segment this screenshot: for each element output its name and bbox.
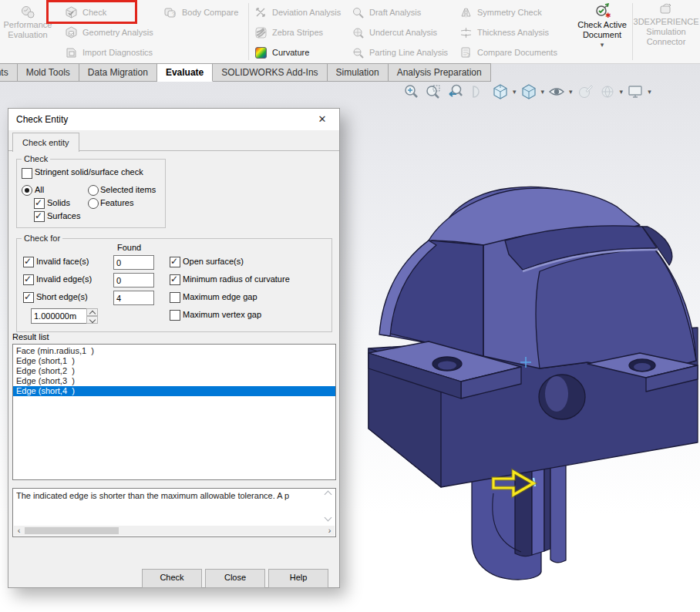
solids-checkbox[interactable]	[34, 198, 45, 209]
parting-line-analysis-button: Parting Line Analysis	[352, 42, 448, 62]
tab-evaluate[interactable]: Evaluate	[157, 63, 213, 82]
curvature-button[interactable]: Curvature	[254, 42, 309, 62]
short-edges-found-field[interactable]	[113, 291, 154, 305]
features-radio[interactable]	[88, 198, 99, 209]
invalid-edges-checkbox[interactable]	[23, 274, 34, 285]
invalid-faces-found-field[interactable]	[113, 255, 154, 270]
maximum-vertex-gap-checkbox[interactable]	[170, 310, 180, 321]
maximum-edge-gap-checkbox[interactable]	[170, 292, 180, 303]
message-scroll-up-icon[interactable]	[325, 492, 333, 499]
check-label: Check	[82, 8, 106, 17]
scrollbar-thumb[interactable]	[25, 527, 119, 534]
check-dialog-button[interactable]: Check	[142, 569, 202, 588]
deviation-analysis-icon	[254, 6, 268, 19]
tolerance-spinner	[86, 308, 98, 324]
hide-show-items-caret-icon[interactable]: ▾	[569, 88, 573, 96]
result-item-edge-short-2[interactable]: Edge (short,2 )	[13, 366, 335, 376]
geometry-analysis-icon	[65, 26, 78, 39]
hide-show-items-icon[interactable]	[547, 82, 567, 102]
thickness-analysis-icon	[459, 26, 473, 39]
help-dialog-button[interactable]: Help	[268, 569, 328, 588]
performance-evaluation-icon	[20, 5, 35, 20]
view-orientation-icon[interactable]	[490, 82, 510, 102]
all-radio[interactable]	[22, 185, 32, 196]
result-item-face-min-radius[interactable]: Face (min.radius,1 )	[13, 346, 335, 356]
view-settings-icon[interactable]	[625, 82, 645, 102]
selected-items-radio[interactable]	[88, 185, 99, 196]
invalid-faces-checkbox[interactable]	[23, 257, 34, 267]
surfaces-label[interactable]: Surfaces	[47, 211, 80, 220]
display-style-caret-icon[interactable]: ▾	[541, 88, 545, 96]
ribbon-toolbar: Performance Evaluation Check Geometry An…	[0, 0, 700, 64]
tab-data-migration[interactable]: Data Migration	[79, 63, 157, 82]
open-surfaces-label[interactable]: Open surface(s)	[183, 257, 244, 266]
stringent-check-checkbox[interactable]	[22, 168, 32, 179]
features-label[interactable]: Features	[100, 198, 133, 207]
undercut-analysis-label: Undercut Analysis	[369, 28, 437, 37]
compare-documents-label: Compare Documents	[477, 48, 557, 57]
result-item-edge-short-3[interactable]: Edge (short,3 )	[13, 376, 335, 386]
selected-items-label[interactable]: Selected items	[100, 185, 156, 194]
all-label[interactable]: All	[35, 185, 44, 194]
minimum-radius-label[interactable]: Minimum radius of curvature	[183, 274, 290, 284]
tab-check-entity[interactable]: Check entity	[12, 133, 79, 152]
maximum-edge-gap-label[interactable]: Maximum edge gap	[183, 292, 257, 301]
minimum-radius-checkbox[interactable]	[170, 274, 180, 285]
view-settings-caret-icon[interactable]: ▾	[648, 88, 651, 96]
message-scroll-down-icon[interactable]	[325, 515, 333, 523]
stringent-check-label[interactable]: Stringent solid/surface check	[35, 167, 143, 177]
tab-simulation[interactable]: Simulation	[328, 63, 389, 82]
surfaces-checkbox[interactable]	[34, 211, 45, 222]
tolerance-field[interactable]	[31, 308, 91, 324]
application-window: Performance Evaluation Check Geometry An…	[0, 0, 700, 612]
3dexperience-connector-icon	[658, 2, 674, 17]
invalid-faces-label[interactable]: Invalid face(s)	[36, 257, 89, 266]
check-for-group-title: Check for	[22, 234, 62, 243]
tolerance-spin-up-button[interactable]	[86, 308, 98, 316]
check-active-document-button[interactable]: ✱ Check Active Document ▾	[570, 2, 634, 50]
draft-analysis-icon	[352, 6, 365, 19]
zoom-to-area-icon[interactable]	[423, 82, 443, 102]
tab-weldments-partial[interactable]: ments	[0, 63, 18, 82]
parting-line-analysis-icon	[352, 46, 365, 59]
tab-analysis-preparation[interactable]: Analysis Preparation	[389, 63, 491, 82]
short-edges-label[interactable]: Short edge(s)	[36, 292, 88, 301]
deviation-analysis-button: Deviation Analysis	[254, 2, 341, 22]
apply-scene-caret-icon[interactable]: ▾	[620, 88, 624, 96]
close-icon[interactable]: ✕	[307, 109, 338, 130]
result-list-label: Result list	[12, 332, 49, 341]
solids-label[interactable]: Solids	[47, 198, 70, 207]
result-item-edge-short-1[interactable]: Edge (short,1 )	[13, 356, 335, 366]
tab-solidworks-add-ins[interactable]: SOLIDWORKS Add-Ins	[213, 63, 327, 82]
zebra-stripes-label: Zebra Stripes	[272, 28, 323, 37]
curvature-label: Curvature	[272, 48, 309, 57]
tolerance-spin-down-button[interactable]	[86, 316, 98, 324]
display-style-icon[interactable]	[519, 82, 539, 102]
invalid-edges-label[interactable]: Invalid edge(s)	[36, 274, 92, 284]
performance-evaluation-button: Performance Evaluation	[3, 5, 52, 40]
undercut-analysis-icon	[352, 26, 365, 39]
deviation-analysis-label: Deviation Analysis	[272, 8, 341, 17]
zoom-to-fit-icon[interactable]	[401, 82, 421, 102]
dialog-title-bar[interactable]: Check Entity ✕	[8, 109, 339, 130]
result-list[interactable]: Face (min.radius,1 ) Edge (short,1 ) Edg…	[12, 344, 336, 480]
short-edges-checkbox[interactable]	[23, 292, 34, 303]
message-horizontal-scrollbar[interactable]: ‹ ›	[14, 526, 335, 536]
view-orientation-caret-icon[interactable]: ▾	[513, 88, 517, 96]
previous-view-icon[interactable]	[446, 82, 466, 102]
scroll-left-icon[interactable]: ‹	[14, 526, 24, 536]
3dexperience-connector-button: 3DEXPERIENCE Simulation Connector	[635, 2, 697, 47]
scroll-right-icon[interactable]: ›	[325, 526, 335, 536]
heads-up-view-toolbar: ▾ ▾ ▾ ▾ ▾	[401, 82, 651, 102]
thickness-analysis-button: Thickness Analysis	[459, 22, 549, 42]
invalid-edges-found-field[interactable]	[113, 273, 154, 288]
maximum-vertex-gap-label[interactable]: Maximum vertex gap	[183, 310, 261, 319]
import-diagnostics-button: Import Diagnostics	[65, 42, 153, 62]
open-surfaces-checkbox[interactable]	[170, 257, 180, 267]
tab-mold-tools[interactable]: Mold Tools	[18, 63, 79, 82]
check-active-document-caret-icon[interactable]: ▾	[601, 40, 604, 50]
undercut-analysis-button: Undercut Analysis	[352, 22, 437, 42]
result-item-edge-short-4-selected[interactable]: Edge (short,4 )	[13, 386, 335, 396]
close-dialog-button[interactable]: Close	[205, 569, 265, 588]
svg-text:✱: ✱	[605, 12, 611, 19]
